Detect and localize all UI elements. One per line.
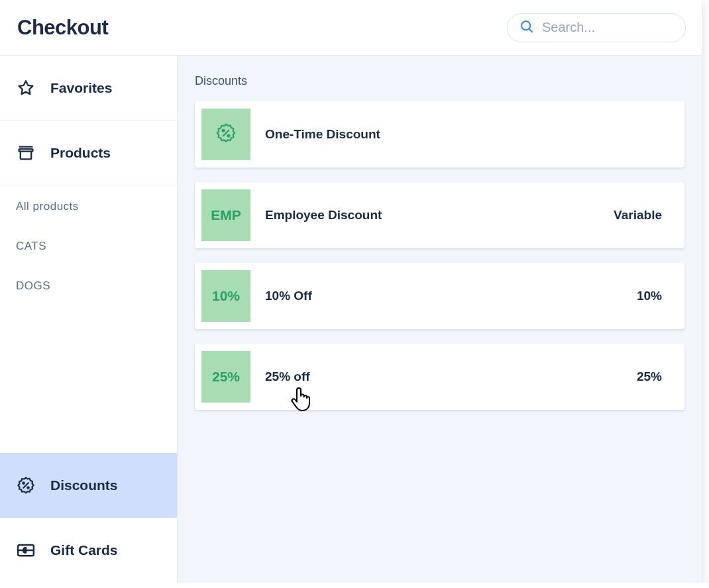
discount-card-employee[interactable]: EMP Employee Discount Variable [195, 182, 684, 248]
discount-badge-text: 10% [212, 288, 240, 304]
discount-badge-text: 25% [212, 369, 240, 385]
discount-list: One-Time Discount EMP Employee Discount … [195, 101, 684, 410]
discount-name: 25% off [265, 369, 622, 384]
svg-line-1 [529, 28, 533, 32]
discount-name: Employee Discount [265, 208, 599, 222]
archive-icon [16, 143, 36, 163]
main-panel: Discounts One-Time Discoun [178, 56, 702, 583]
search-icon [519, 19, 534, 36]
app-window: Checkout Favorites [0, 0, 702, 583]
svg-point-4 [23, 482, 25, 484]
discount-value: Variable [614, 208, 662, 222]
discount-card-25pct[interactable]: 25% 25% off 25% [195, 344, 684, 410]
sidebar-item-label: Discounts [50, 477, 118, 493]
sidebar-item-label: Gift Cards [50, 542, 118, 558]
sidebar-subitem-all-products[interactable]: All products [16, 200, 161, 213]
star-icon [16, 78, 36, 98]
search-input[interactable] [542, 20, 673, 35]
svg-point-9 [223, 129, 225, 131]
svg-point-5 [27, 487, 29, 489]
products-subnav: All products CATS DOGS [0, 185, 177, 298]
discount-value: 25% [637, 369, 662, 384]
sidebar-item-products[interactable]: Products [0, 121, 177, 185]
discount-badge-icon [215, 122, 237, 148]
header: Checkout [0, 0, 702, 56]
discount-badge-icon [16, 475, 36, 495]
search-field[interactable] [507, 13, 686, 42]
discount-card-one-time[interactable]: One-Time Discount [195, 101, 684, 168]
discount-badge [201, 109, 250, 160]
discount-card-10pct[interactable]: 10% 10% Off 10% [195, 263, 684, 329]
app-title: Checkout [17, 16, 108, 40]
section-title: Discounts [195, 74, 684, 88]
sidebar-item-label: Products [50, 145, 111, 161]
discount-badge: 10% [201, 270, 250, 322]
sidebar-item-gift-cards[interactable]: Gift Cards [0, 518, 177, 583]
svg-point-10 [228, 134, 230, 136]
sidebar-item-discounts[interactable]: Discounts [0, 453, 177, 518]
discount-badge-text: EMP [211, 207, 241, 223]
sidebar-item-favorites[interactable]: Favorites [0, 56, 177, 121]
discount-name: 10% Off [265, 289, 622, 303]
discount-value: 10% [637, 289, 662, 303]
discount-badge: EMP [201, 189, 250, 241]
body: Favorites Products All products CATS DOG… [0, 56, 702, 583]
sidebar: Favorites Products All products CATS DOG… [0, 56, 178, 583]
gift-card-icon [16, 540, 36, 560]
discount-name: One-Time Discount [265, 127, 647, 142]
sidebar-subitem-dogs[interactable]: DOGS [16, 279, 161, 293]
discount-badge: 25% [201, 351, 250, 403]
sidebar-spacer [0, 298, 177, 453]
sidebar-item-label: Favorites [50, 80, 112, 96]
sidebar-subitem-cats[interactable]: CATS [16, 240, 161, 253]
